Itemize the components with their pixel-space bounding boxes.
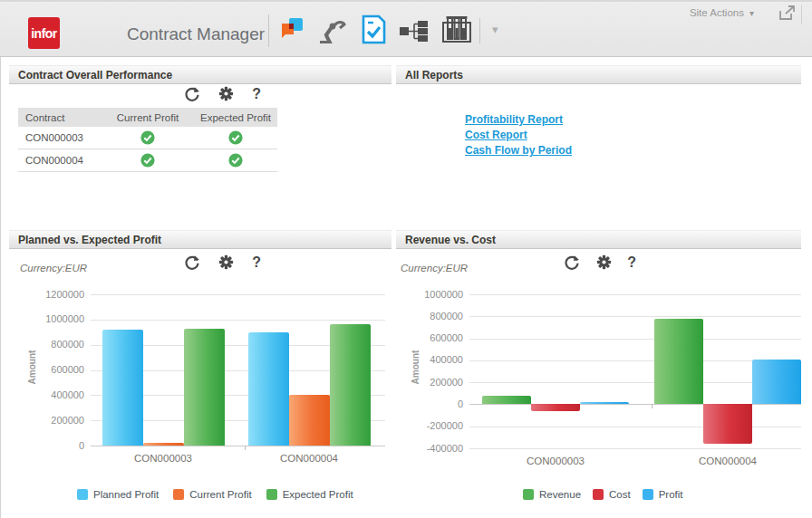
legend-label: Planned Profit <box>93 489 159 500</box>
robot-arm-icon[interactable] <box>317 19 348 47</box>
planned-expected-chart: 120000010000008000006000004000002000000C… <box>91 294 385 446</box>
app-header: infor Contract Manager <box>0 0 812 57</box>
infor-logo[interactable]: infor <box>28 17 60 49</box>
ok-check-icon <box>228 130 243 145</box>
legend-label: Profit <box>659 489 683 500</box>
legend-swatch <box>266 489 277 500</box>
bar-profit[interactable] <box>752 360 801 405</box>
x-category-label: CON000004 <box>673 456 782 466</box>
header-divider <box>801 5 802 24</box>
widget-toolbar: ? <box>184 254 261 271</box>
legend-label: Expected Profit <box>283 489 353 500</box>
revenue-cost-chart: 10000008000006000004000002000000-200000-… <box>469 294 801 448</box>
header-divider <box>268 14 269 47</box>
bar-revenue[interactable] <box>482 396 531 404</box>
axis-tick <box>652 404 652 408</box>
contract-id: CON000004 <box>18 155 102 166</box>
y-tick-label: -200000 <box>400 420 463 431</box>
chevron-down-icon[interactable]: ▾ <box>492 23 498 36</box>
ok-check-icon <box>140 153 155 168</box>
report-link[interactable]: Cost Report <box>465 128 572 143</box>
settings-icon[interactable] <box>596 254 612 270</box>
report-link[interactable]: Cash Flow by Period <box>465 143 572 158</box>
contract-manager-page: infor Contract Manager <box>0 0 812 518</box>
y-tick-label: 200000 <box>400 377 463 388</box>
legend-item: Cost <box>593 489 631 500</box>
legend-label: Current Profit <box>189 489 251 500</box>
bar-revenue[interactable] <box>654 319 703 405</box>
checklist-icon[interactable] <box>362 14 386 48</box>
chart-legend: RevenueCostProfit <box>523 489 683 500</box>
bar-planned-profit[interactable] <box>102 330 143 446</box>
table-row[interactable]: CON000004 <box>18 149 277 172</box>
legend-label: Cost <box>609 489 631 500</box>
zero-gridline <box>91 446 385 446</box>
bar-expected-profit[interactable] <box>184 329 225 446</box>
x-category-label: CON000003 <box>501 456 610 466</box>
org-chart-icon[interactable] <box>400 21 428 45</box>
widget-toolbar: ? <box>564 254 636 271</box>
legend-label: Revenue <box>539 489 581 500</box>
settings-icon[interactable] <box>218 86 234 101</box>
chart-legend: Planned ProfitCurrent ProfitExpected Pro… <box>77 489 353 500</box>
column-header: Current Profit <box>102 112 194 123</box>
refresh-icon[interactable] <box>184 254 200 271</box>
contract-id: CON000003 <box>18 132 102 143</box>
y-tick-label: 1200000 <box>21 289 84 300</box>
chevron-down-icon: ▾ <box>749 8 754 18</box>
bar-cost[interactable] <box>703 404 752 444</box>
gridline <box>91 294 385 295</box>
chat-icon[interactable] <box>279 16 304 47</box>
help-icon[interactable]: ? <box>627 254 636 271</box>
legend-item: Expected Profit <box>266 489 353 500</box>
legend-swatch <box>77 489 88 500</box>
column-header: Contract <box>18 112 102 123</box>
y-tick-label: 400000 <box>400 354 463 365</box>
gridline <box>469 294 801 295</box>
legend-item: Current Profit <box>173 489 251 500</box>
share-icon[interactable] <box>778 5 796 24</box>
y-tick-label: 1000000 <box>21 313 84 324</box>
legend-item: Planned Profit <box>77 489 159 500</box>
gridline <box>469 316 801 317</box>
app-title: Contract Manager <box>127 24 265 44</box>
performance-table: ContractCurrent ProfitExpected Profit CO… <box>18 108 277 172</box>
site-actions-label: Site Actions <box>690 7 744 18</box>
gridline <box>469 339 801 340</box>
bar-expected-profit[interactable] <box>330 324 371 446</box>
y-tick-label: 800000 <box>400 311 463 321</box>
panel-title-performance: Contract Overall Performance <box>9 65 392 84</box>
y-tick-label: 600000 <box>21 364 84 375</box>
help-icon[interactable]: ? <box>252 86 261 102</box>
bar-planned-profit[interactable] <box>248 332 289 446</box>
table-row[interactable]: CON000003 <box>18 127 277 149</box>
widget-toolbar: ? <box>184 85 261 102</box>
ok-check-icon <box>228 153 243 168</box>
refresh-icon[interactable] <box>184 86 200 102</box>
report-link[interactable]: Profitability Report <box>465 112 572 128</box>
y-tick-label: 0 <box>21 440 84 451</box>
x-category-label: CON000004 <box>255 453 363 464</box>
settings-icon[interactable] <box>218 254 234 270</box>
help-icon[interactable]: ? <box>252 254 261 271</box>
bar-current-profit[interactable] <box>289 395 330 446</box>
bar-current-profit[interactable] <box>143 443 184 446</box>
test-tubes-icon[interactable] <box>441 14 472 47</box>
currency-label: Currency:EUR <box>401 263 468 273</box>
legend-swatch <box>593 489 604 500</box>
y-tick-label: 800000 <box>21 339 84 350</box>
y-tick-label: 600000 <box>400 332 463 343</box>
site-actions-menu[interactable]: Site Actions ▾ <box>690 7 754 18</box>
window-left-edge <box>0 0 1 518</box>
bar-cost[interactable] <box>531 404 580 410</box>
legend-item: Profit <box>643 489 683 500</box>
refresh-icon[interactable] <box>564 254 580 271</box>
x-category-label: CON000003 <box>109 453 218 464</box>
header-divider <box>479 18 480 43</box>
column-header: Expected Profit <box>194 112 277 123</box>
legend-swatch <box>643 489 653 500</box>
legend-swatch <box>523 489 534 500</box>
currency-label: Currency:EUR <box>20 263 87 273</box>
axis-tick <box>245 446 246 450</box>
legend-item: Revenue <box>523 489 581 500</box>
